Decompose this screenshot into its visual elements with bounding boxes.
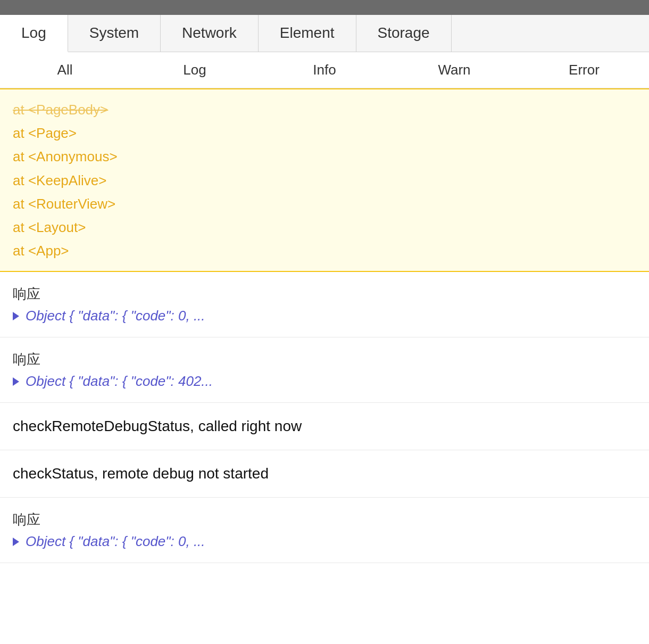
log-entry-2: 响应 Object { "data": { "code": 402... — [0, 337, 649, 403]
log-entry-1: 响应 Object { "data": { "code": 0, ... — [0, 272, 649, 337]
warning-line-2: at <Anonymous> — [13, 145, 636, 168]
warning-block: at <PageBody> at <Page> at <Anonymous> a… — [0, 88, 649, 272]
tab-element[interactable]: Element — [259, 15, 356, 52]
log-object-2[interactable]: Object { "data": { "code": 402... — [13, 373, 636, 390]
filter-warn[interactable]: Warn — [389, 52, 519, 88]
filter-bar: All Log Info Warn Error — [0, 52, 649, 88]
log-label-last: 响应 — [13, 510, 636, 529]
tab-bar: Log System Network Element Storage — [0, 15, 649, 52]
expand-icon-1[interactable] — [13, 312, 19, 320]
log-object-last[interactable]: Object { "data": { "code": 0, ... — [13, 533, 636, 550]
tab-storage[interactable]: Storage — [356, 15, 452, 52]
log-object-text-last: Object { "data": { "code": 0, ... — [26, 533, 205, 550]
filter-log[interactable]: Log — [130, 52, 260, 88]
warning-line-6: at <App> — [13, 239, 636, 262]
log-label-2: 响应 — [13, 350, 636, 369]
log-entry-last: 响应 Object { "data": { "code": 0, ... — [0, 498, 649, 563]
expand-icon-last[interactable] — [13, 538, 19, 546]
expand-icon-2[interactable] — [13, 377, 19, 386]
plain-entry-1: checkRemoteDebugStatus, called right now — [0, 403, 649, 450]
tab-system[interactable]: System — [68, 15, 161, 52]
plain-entry-2: checkStatus, remote debug not started — [0, 450, 649, 498]
tab-network[interactable]: Network — [161, 15, 259, 52]
warning-line-4: at <RouterView> — [13, 192, 636, 216]
filter-all[interactable]: All — [0, 52, 130, 88]
log-object-1[interactable]: Object { "data": { "code": 0, ... — [13, 308, 636, 324]
filter-error[interactable]: Error — [519, 52, 649, 88]
warning-line-0: at <PageBody> — [13, 98, 636, 121]
tab-log[interactable]: Log — [0, 15, 68, 52]
log-object-text-2: Object { "data": { "code": 402... — [26, 373, 213, 390]
log-label-1: 响应 — [13, 285, 636, 303]
log-content: at <PageBody> at <Page> at <Anonymous> a… — [0, 88, 649, 563]
warning-line-3: at <KeepAlive> — [13, 169, 636, 192]
top-bar — [0, 0, 649, 15]
warning-line-5: at <Layout> — [13, 216, 636, 239]
warning-line-1: at <Page> — [13, 121, 636, 145]
filter-info[interactable]: Info — [260, 52, 389, 88]
log-object-text-1: Object { "data": { "code": 0, ... — [26, 308, 205, 324]
